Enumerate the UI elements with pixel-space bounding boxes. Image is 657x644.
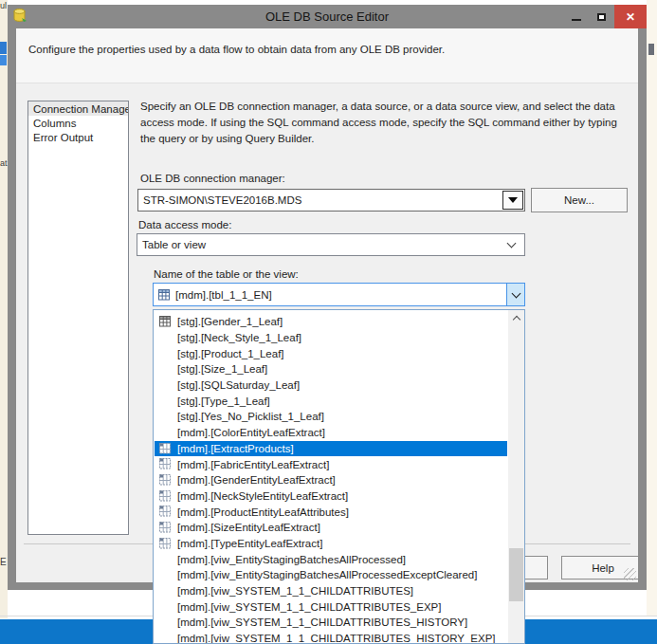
background-text-fragment: at	[0, 158, 8, 168]
dropdown-item-label: [mdm].[viw_EntityStagingBatchesAllProces…	[155, 569, 477, 580]
window-title: OLE DB Source Editor	[8, 9, 647, 24]
chevron-down-icon	[507, 239, 517, 248]
dropdown-item-label: [mdm].[FabricEntityLeafExtract]	[155, 459, 329, 470]
dropdown-item-label: [mdm].[viw_SYSTEM_1_1_CHILDATTRIBUTES_HI…	[155, 633, 496, 644]
dropdown-item-label: [mdm].[ProductEntityLeafAttributes]	[155, 506, 349, 518]
dropdown-item[interactable]: [mdm].[TypeEntityLeafExtract]	[155, 536, 507, 552]
connection-manager-combobox[interactable]: STR-SIMON\STEVE2016B.MDS	[137, 189, 525, 212]
dropdown-item-label: [stg].[Product_1_Leaf]	[155, 348, 284, 359]
view-icon	[159, 522, 171, 533]
dropdown-item-label: [stg].[Type_1_Leaf]	[155, 396, 270, 407]
dropdown-item[interactable]: [stg].[Product_1_Leaf]	[155, 345, 507, 361]
maximize-icon	[597, 13, 606, 21]
dropdown-item[interactable]: [stg].[Type_1_Leaf]	[155, 393, 507, 409]
background-icon-fragment	[648, 44, 654, 55]
sidebar-item-columns[interactable]: Columns	[28, 116, 128, 130]
background-icon-fragment	[0, 42, 7, 54]
dropdown-item[interactable]: [mdm].[FabricEntityLeafExtract]	[155, 456, 507, 472]
dropdown-item[interactable]: [stg].[Gender_1_Leaf]	[155, 314, 507, 330]
description-banner: Configure the properties used by a data …	[16, 28, 638, 83]
screen: ul at E OLE DB Source Editor ✕	[0, 0, 657, 644]
page-instructions: Specify an OLE DB connection manager, a …	[140, 99, 628, 147]
dropdown-item[interactable]: [mdm].[viw_EntityStagingBatchesAllProces…	[155, 551, 507, 567]
connection-manager-label: OLE DB connection manager:	[140, 173, 285, 184]
dropdown-item[interactable]: [mdm].[viw_EntityStagingBatchesAllProces…	[155, 567, 507, 583]
table-icon	[158, 289, 170, 301]
dropdown-item[interactable]: [mdm].[ProductEntityLeafAttributes]	[155, 504, 507, 520]
dropdown-item[interactable]: [mdm].[SizeEntityLeafExtract]	[155, 520, 507, 536]
database-icon	[13, 9, 27, 24]
dropdown-item-label: [stg].[Neck_Style_1_Leaf]	[155, 332, 301, 343]
resize-grip[interactable]	[624, 568, 636, 580]
background-text-fragment: E	[0, 557, 7, 567]
sidebar-item-connection-manager[interactable]: Connection Manager	[28, 101, 128, 116]
dropdown-item-label: [mdm].[ExtractProducts]	[155, 443, 294, 454]
dropdown-item-label: [stg].[Size_1_Leaf]	[155, 363, 267, 375]
view-icon	[159, 458, 171, 469]
dropdown-item-label: [mdm].[NeckStyleEntityLeafExtract]	[155, 490, 348, 502]
view-icon	[159, 443, 171, 454]
dropdown-item[interactable]: [mdm].[GenderEntityLeafExtract]	[155, 472, 507, 488]
maximize-button[interactable]	[589, 5, 614, 28]
dropdown-item[interactable]: [mdm].[NeckStyleEntityLeafExtract]	[155, 488, 507, 505]
dropdown-item-label: [mdm].[TypeEntityLeafExtract]	[155, 538, 322, 549]
titlebar[interactable]: OLE DB Source Editor ✕	[8, 5, 647, 28]
dropdown-item-label: [mdm].[viw_SYSTEM_1_1_CHILDATTRIBUTES]	[155, 585, 413, 597]
table-name-dropdown-list: [stg].[Gender_1_Leaf][stg].[Neck_Style_1…	[153, 309, 525, 644]
dropdown-item-label: [mdm].[ColorEntityLeafExtract]	[155, 427, 325, 438]
data-access-mode-value: Table or view	[137, 239, 508, 250]
table-icon	[159, 316, 171, 327]
dropdown-item[interactable]: [mdm].[ColorEntityLeafExtract]	[155, 425, 507, 441]
dropdown-item-label: [stg].[Yes_No_Picklist_1_Leaf]	[155, 411, 324, 422]
scrollbar-up-button[interactable]	[508, 310, 524, 326]
sidebar-item-error-output[interactable]: Error Output	[28, 130, 128, 144]
view-icon	[159, 506, 171, 517]
connection-manager-value: STR-SIMON\STEVE2016B.MDS	[138, 194, 502, 206]
chevron-up-icon	[512, 316, 520, 323]
pages-listbox: Connection Manager Columns Error Output	[27, 101, 129, 535]
table-name-combobox[interactable]: [mdm].[tbl_1_1_EN]	[153, 283, 525, 306]
table-name-label: Name of the table or the view:	[154, 268, 299, 280]
background-icon-fragment	[0, 55, 7, 65]
view-icon	[159, 474, 171, 486]
dropdown-item-label: [mdm].[viw_EntityStagingBatchesAllProces…	[155, 554, 406, 565]
dropdown-arrow-icon	[508, 197, 518, 203]
background-text-fragment: ul	[0, 1, 7, 10]
connection-manager-dropdown-button[interactable]	[502, 191, 523, 210]
background-window-right-edge	[647, 0, 657, 616]
new-connection-button[interactable]: New...	[531, 188, 628, 212]
data-access-mode-label: Data access mode:	[138, 219, 231, 230]
dropdown-item[interactable]: [stg].[SQLSaturday_Leaf]	[155, 377, 507, 394]
close-button[interactable]: ✕	[614, 5, 647, 28]
dropdown-item-label: [stg].[Gender_1_Leaf]	[155, 316, 283, 327]
scrollbar-thumb[interactable]	[509, 548, 523, 601]
view-icon	[159, 490, 171, 502]
minimize-button[interactable]	[563, 5, 589, 28]
dropdown-scrollbar[interactable]	[508, 310, 524, 643]
dropdown-item[interactable]: [stg].[Neck_Style_1_Leaf]	[155, 330, 507, 346]
close-icon: ✕	[626, 11, 635, 23]
chevron-down-icon	[511, 288, 520, 298]
dropdown-item[interactable]: [mdm].[viw_SYSTEM_1_1_CHILDATTRIBUTES_HI…	[155, 631, 507, 644]
dropdown-item[interactable]: [mdm].[viw_SYSTEM_1_1_CHILDATTRIBUTES]	[155, 583, 507, 599]
dropdown-item-label: [mdm].[GenderEntityLeafExtract]	[155, 474, 336, 486]
table-name-dropdown-button[interactable]	[506, 284, 524, 305]
dropdown-item[interactable]: [mdm].[ExtractProducts]	[155, 441, 507, 457]
dropdown-item[interactable]: [mdm].[viw_SYSTEM_1_1_CHILDATTRIBUTES_EX…	[155, 598, 507, 615]
minimize-icon	[572, 19, 581, 21]
view-icon	[159, 538, 171, 549]
dropdown-item[interactable]: [mdm].[viw_SYSTEM_1_1_CHILDATTRIBUTES_HI…	[155, 615, 507, 631]
data-access-mode-combobox[interactable]: Table or view	[137, 233, 525, 256]
dialog-description: Configure the properties used by a data …	[28, 44, 445, 55]
dropdown-item-label: [mdm].[viw_SYSTEM_1_1_CHILDATTRIBUTES_HI…	[155, 616, 467, 628]
table-name-value: [mdm].[tbl_1_1_EN]	[170, 289, 506, 301]
dropdown-item-label: [mdm].[viw_SYSTEM_1_1_CHILDATTRIBUTES_EX…	[155, 601, 441, 613]
dropdown-item-label: [stg].[SQLSaturday_Leaf]	[155, 379, 300, 391]
dropdown-item[interactable]: [stg].[Yes_No_Picklist_1_Leaf]	[155, 409, 507, 425]
dropdown-item-label: [mdm].[SizeEntityLeafExtract]	[155, 522, 320, 533]
dropdown-item[interactable]: [stg].[Size_1_Leaf]	[155, 361, 507, 377]
background-window-left-edge: ul at E	[0, 0, 8, 618]
